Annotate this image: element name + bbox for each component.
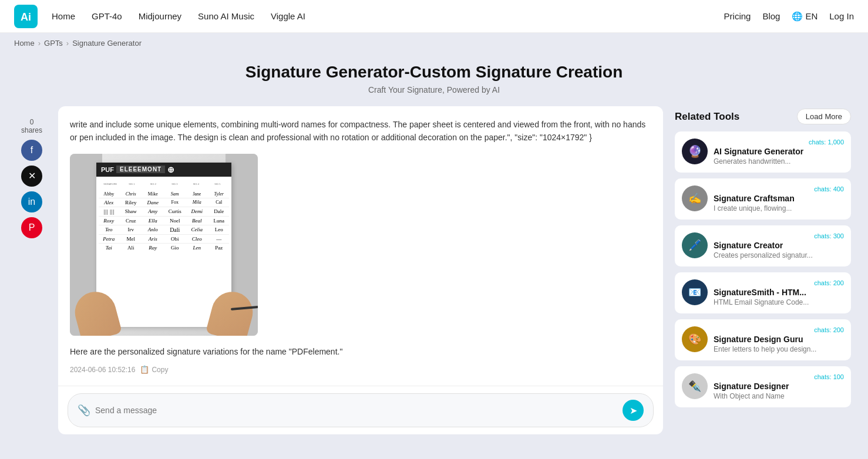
breadcrumb-home[interactable]: Home (14, 39, 35, 48)
related-tools-title: Related Tools (675, 111, 739, 123)
logo[interactable]: Ai (14, 5, 38, 28)
breadcrumb-gpts[interactable]: GPTs (44, 39, 63, 48)
breadcrumb-sep2: › (66, 39, 69, 48)
tool-chats-6: chats: 100 (714, 373, 844, 380)
tool-chats-1: chats: 1,000 (714, 139, 844, 146)
chat-area: write and include some unique elements, … (58, 106, 663, 434)
tool-desc-3: Creates personalized signatur... (714, 251, 844, 259)
breadcrumb-sep1: › (38, 39, 41, 48)
copy-button[interactable]: 📋 Copy (140, 365, 168, 374)
nav-suno[interactable]: Suno AI Music (198, 9, 254, 23)
nav-login[interactable]: Log In (829, 11, 854, 21)
chat-messages: write and include some unique elements, … (58, 106, 663, 386)
chat-meta: 2024-06-06 10:52:16 📋 Copy (70, 365, 651, 374)
page-header: Signature Generator-Custom Signature Cre… (0, 53, 868, 106)
tool-name-6: Signature Designer (714, 382, 844, 391)
nav-home[interactable]: Home (52, 9, 75, 23)
nav-gpt4o[interactable]: GPT-4o (92, 9, 122, 23)
chat-partial-text: write and include some unique elements, … (70, 118, 651, 144)
chat-input-wrap: 📎 ➤ (68, 393, 654, 427)
nav-viggle[interactable]: Viggle AI (271, 9, 305, 23)
copy-label: Copy (152, 366, 168, 374)
tool-name-3: Signature Creator (714, 241, 844, 250)
copy-icon: 📋 (140, 365, 149, 374)
tool-info-4: chats: 200 SignatureSmith - HTM... HTML … (714, 279, 844, 306)
x-share-button[interactable]: ✕ (21, 166, 42, 187)
linkedin-share-button[interactable]: in (21, 191, 42, 212)
main-layout: 0 shares f ✕ in P write and include some… (5, 106, 863, 446)
facebook-share-button[interactable]: f (21, 140, 42, 161)
tool-desc-4: HTML Email Signature Code... (714, 298, 844, 306)
breadcrumb-current: Signature Generator (72, 39, 142, 48)
tool-desc-5: Enter letters to help you design... (714, 345, 844, 353)
tool-avatar-5: 🎨 (682, 326, 708, 352)
send-icon: ➤ (630, 405, 637, 416)
globe-icon: 🌐 (792, 11, 803, 22)
nav-pricing[interactable]: Pricing (724, 11, 751, 21)
tool-chats-4: chats: 200 (714, 279, 844, 286)
tool-avatar-4: 📧 (682, 279, 708, 305)
lang-label: EN (805, 11, 817, 21)
tool-desc-2: I create unique, flowing... (714, 204, 844, 212)
tool-card-signature-design-guru[interactable]: 🎨 chats: 200 Signature Design Guru Enter… (675, 319, 851, 360)
signature-paper: PUF ELEEEMONT ⊕ SIGNATURE SIG 1 SIG (96, 163, 231, 327)
signature-image: PUF ELEEEMONT ⊕ SIGNATURE SIG 1 SIG (70, 154, 258, 336)
breadcrumb: Home › GPTs › Signature Generator (0, 33, 868, 53)
pinterest-share-button[interactable]: P (21, 217, 42, 238)
tool-chats-2: chats: 400 (714, 185, 844, 193)
tool-chats-5: chats: 200 (714, 326, 844, 333)
attach-icon[interactable]: 📎 (78, 404, 90, 417)
tool-desc-1: Generates handwritten... (714, 157, 844, 166)
nav-language[interactable]: 🌐 EN (792, 11, 817, 22)
tool-card-signature-designer[interactable]: ✒️ chats: 100 Signature Designer With Ob… (675, 366, 851, 407)
chat-timestamp: 2024-06-06 10:52:16 (70, 366, 135, 374)
tool-name-5: Signature Design Guru (714, 335, 844, 344)
tool-card-signature-craftsman[interactable]: ✍️ chats: 400 Signature Craftsman I crea… (675, 178, 851, 220)
nav-midjourney[interactable]: Midjourney (139, 9, 181, 23)
send-button[interactable]: ➤ (623, 400, 644, 421)
tool-avatar-2: ✍️ (682, 185, 708, 211)
chat-input[interactable] (95, 406, 618, 415)
tool-name-1: AI Signature Generator (714, 147, 844, 156)
chat-result-text: Here are the personalized signature vari… (70, 345, 651, 358)
share-count: 0 shares (21, 118, 42, 135)
tool-info-1: chats: 1,000 AI Signature Generator Gene… (714, 139, 844, 166)
tool-card-signature-creator[interactable]: 🖊️ chats: 300 Signature Creator Creates … (675, 225, 851, 266)
tool-card-ai-signature-generator[interactable]: 🔮 chats: 1,000 AI Signature Generator Ge… (675, 131, 851, 173)
tool-info-2: chats: 400 Signature Craftsman I create … (714, 185, 844, 212)
nav-links: Home GPT-4o Midjourney Suno AI Music Vig… (52, 9, 305, 23)
svg-text:Ai: Ai (21, 11, 31, 23)
tool-card-signaturesmith[interactable]: 📧 chats: 200 SignatureSmith - HTM... HTM… (675, 272, 851, 313)
nav-right: Pricing Blog 🌐 EN Log In (724, 11, 854, 22)
tool-info-6: chats: 100 Signature Designer With Objec… (714, 373, 844, 400)
tool-name-4: SignatureSmith - HTM... (714, 288, 844, 297)
chat-input-area: 📎 ➤ (58, 386, 663, 434)
page-title: Signature Generator-Custom Signature Cre… (14, 63, 854, 82)
tool-avatar-3: 🖊️ (682, 232, 708, 258)
navbar: Ai Home GPT-4o Midjourney Suno AI Music … (0, 0, 868, 33)
related-header: Related Tools Load More (675, 106, 851, 124)
tool-info-3: chats: 300 Signature Creator Creates per… (714, 232, 844, 259)
tool-avatar-6: ✒️ (682, 373, 708, 399)
tool-desc-6: With Object and Name (714, 392, 844, 400)
page-subtitle: Craft Your Signature, Powered by AI (14, 85, 854, 95)
nav-blog[interactable]: Blog (762, 11, 780, 21)
tool-name-2: Signature Craftsman (714, 194, 844, 203)
tool-avatar-1: 🔮 (682, 139, 708, 164)
tool-info-5: chats: 200 Signature Design Guru Enter l… (714, 326, 844, 353)
tool-chats-3: chats: 300 (714, 232, 844, 239)
social-sidebar: 0 shares f ✕ in P (17, 106, 46, 434)
load-more-button[interactable]: Load More (797, 109, 851, 124)
related-sidebar: Related Tools Load More 🔮 chats: 1,000 A… (675, 106, 851, 434)
